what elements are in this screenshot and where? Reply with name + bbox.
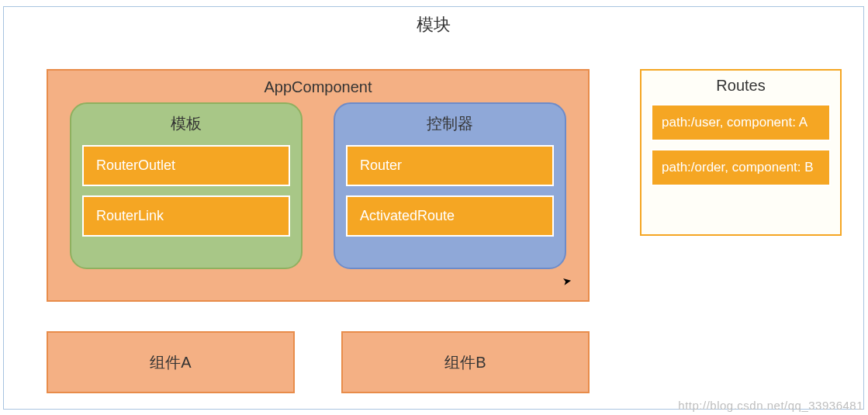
router-link-box: RouterLink [82,195,290,237]
component-b-label: 组件B [444,352,486,373]
appcomponent-title: AppComponent [48,71,588,102]
cursor-icon: ➤ [562,274,573,288]
component-a-label: 组件A [150,352,191,373]
route-entry-user: path:/user, component: A [651,104,831,141]
components-row: 组件A 组件B [47,331,590,393]
appcomponent-box: AppComponent 模板 RouterOutlet RouterLink … [47,69,590,302]
router-box: Router [346,145,554,186]
module-title: 模块 [4,7,863,40]
activated-route-box: ActivatedRoute [346,195,554,237]
module-container: 模块 AppComponent 模板 RouterOutlet RouterLi… [3,6,864,410]
routes-title: Routes [651,77,831,95]
controller-panel: 控制器 Router ActivatedRoute [334,102,566,269]
component-b-box: 组件B [341,331,590,393]
controller-title: 控制器 [346,113,554,134]
template-title: 模板 [82,113,290,134]
component-a-box: 组件A [47,331,295,393]
router-outlet-box: RouterOutlet [82,145,290,186]
template-panel: 模板 RouterOutlet RouterLink [70,102,303,269]
watermark-text: http://blog.csdn.net/qq_33936481 [678,399,863,412]
appcomponent-inner-row: 模板 RouterOutlet RouterLink 控制器 Router Ac… [48,102,588,269]
routes-box: Routes path:/user, component: A path:/or… [640,69,842,236]
route-entry-order: path:/order, component: B [651,149,831,186]
